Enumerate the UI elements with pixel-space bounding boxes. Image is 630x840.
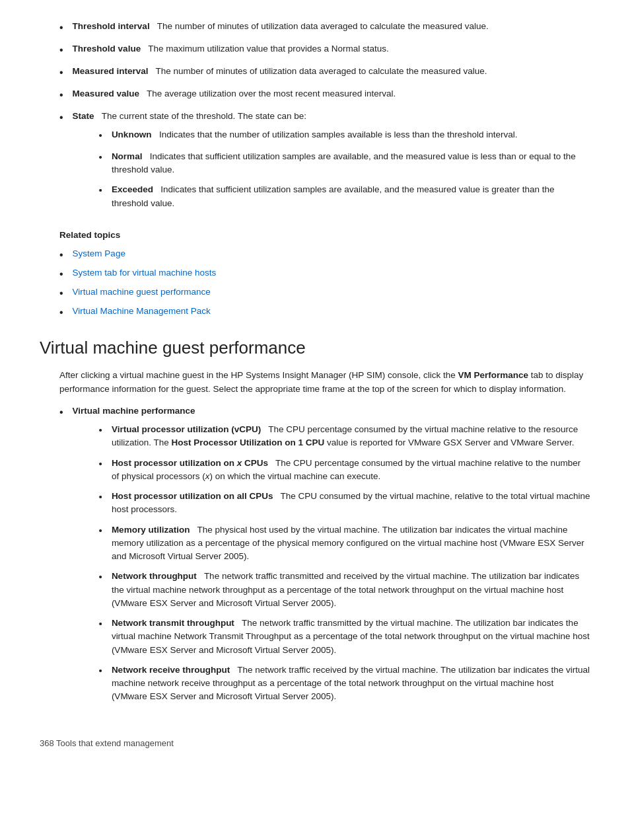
section-title: Virtual machine guest performance (40, 335, 590, 361)
bullet-measured-interval: Measured interval The number of minutes … (40, 65, 590, 81)
section-intro: After clicking a virtual machine guest i… (59, 369, 590, 397)
term-normal: Normal (112, 151, 143, 161)
main-bullet-list: Threshold interval The number of minutes… (40, 20, 590, 217)
term-network-transmit: Network transmit throughput (112, 618, 234, 628)
sub-bullet-unknown: Unknown Indicates that the number of uti… (73, 128, 590, 143)
sub-bullet-hpu-all: Host processor utilization on all CPUs T… (73, 490, 590, 517)
sub-bullet-network-receive: Network receive throughput The network t… (73, 664, 590, 704)
sub-bullet-hpu-x: Host processor utilization on x CPUs The… (73, 457, 590, 484)
term-memory: Memory utilization (112, 525, 190, 535)
desc-unknown: Indicates that the number of utilization… (159, 130, 518, 139)
term-vm-performance: Virtual machine performance (73, 406, 195, 416)
term-vpu: Virtual processor utilization (vCPU) (112, 424, 261, 434)
bold-host-proc: Host Processor Utilization on 1 CPU (171, 438, 324, 447)
term-state: State (73, 111, 94, 121)
link-system-tab[interactable]: System tab for virtual machine hosts (73, 266, 217, 280)
bullet-threshold-value: Threshold value The maximum utilization … (40, 42, 590, 58)
desc-measured-value: The average utilization over the most re… (147, 89, 396, 98)
link-system-page[interactable]: System Page (73, 247, 125, 260)
page-footer: 368 Tools that extend management (40, 737, 590, 750)
italic-x2: x (205, 471, 210, 481)
sub-bullet-normal: Normal Indicates that sufficient utiliza… (73, 150, 590, 177)
sub-bullet-network-throughput: Network throughput The network traffic t… (73, 570, 590, 610)
desc-state: The current state of the threshold. The … (102, 111, 306, 121)
term-measured-interval: Measured interval (73, 66, 149, 76)
term-hpu-x: Host processor utilization on x CPUs (112, 458, 268, 468)
vm-sub-list: Virtual processor utilization (vCPU) The… (73, 423, 590, 704)
sub-bullet-memory: Memory utilization The physical host use… (73, 523, 590, 564)
related-topics-heading: Related topics (59, 229, 590, 242)
desc-normal: Indicates that sufficient utilization sa… (112, 151, 576, 174)
related-topics-list: System Page System tab for virtual machi… (40, 247, 590, 321)
term-hpu-all: Host processor utilization on all CPUs (112, 491, 273, 501)
desc-threshold-value: The maximum utilization value that provi… (148, 44, 389, 54)
term-threshold-interval: Threshold interval (73, 21, 150, 31)
sub-bullet-network-transmit: Network transmit throughput The network … (73, 617, 590, 657)
bullet-threshold-interval: Threshold interval The number of minutes… (40, 20, 590, 36)
link-vm-guest-perf[interactable]: Virtual machine guest performance (73, 286, 211, 299)
vm-bold: VM Performance (458, 370, 529, 380)
bullet-vm-performance: Virtual machine performance Virtual proc… (40, 404, 590, 710)
state-sub-list: Unknown Indicates that the number of uti… (73, 128, 590, 210)
vm-performance-list: Virtual machine performance Virtual proc… (40, 404, 590, 710)
term-network-throughput: Network throughput (112, 571, 197, 581)
term-exceeded: Exceeded (112, 184, 153, 194)
link-item-vm-guest-perf: Virtual machine guest performance (40, 286, 590, 301)
bullet-measured-value: Measured value The average utilization o… (40, 87, 590, 103)
link-item-vm-mgmt-pack: Virtual Machine Management Pack (40, 305, 590, 321)
term-measured-value: Measured value (73, 89, 139, 98)
desc-threshold-interval: The number of minutes of utilization dat… (157, 21, 489, 31)
link-item-system-page: System Page (40, 247, 590, 263)
bullet-state: State The current state of the threshold… (40, 110, 590, 217)
desc-exceeded: Indicates that sufficient utilization sa… (112, 184, 555, 208)
italic-x1: x (237, 458, 242, 468)
link-item-system-tab: System tab for virtual machine hosts (40, 266, 590, 282)
desc-measured-interval: The number of minutes of utilization dat… (155, 66, 487, 76)
link-vm-mgmt-pack[interactable]: Virtual Machine Management Pack (73, 305, 211, 318)
sub-bullet-exceeded: Exceeded Indicates that sufficient utili… (73, 183, 590, 210)
term-unknown: Unknown (112, 130, 152, 139)
term-network-receive: Network receive throughput (112, 665, 230, 675)
term-threshold-value: Threshold value (73, 44, 141, 54)
sub-bullet-vpu: Virtual processor utilization (vCPU) The… (73, 423, 590, 450)
